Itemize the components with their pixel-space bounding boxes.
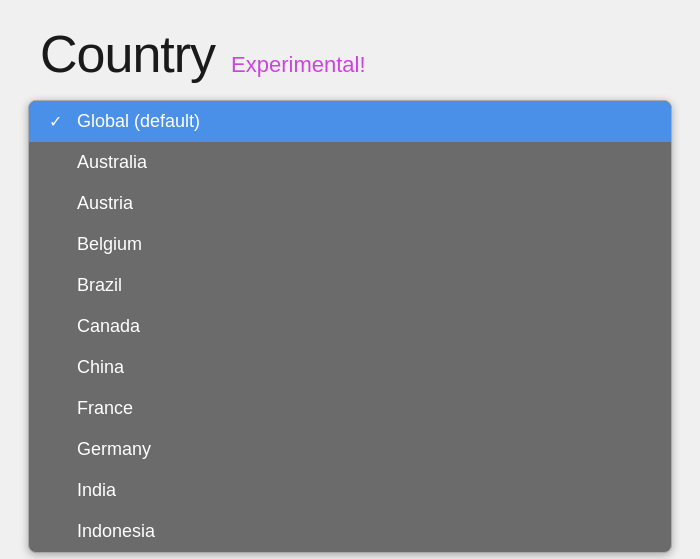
- dropdown-item-label: Belgium: [77, 234, 142, 255]
- dropdown-item-label: Global (default): [77, 111, 200, 132]
- country-dropdown[interactable]: ✓Global (default)✓Australia✓Austria✓Belg…: [28, 100, 672, 553]
- dropdown-item[interactable]: ✓Brazil: [29, 265, 671, 306]
- dropdown-item-label: Austria: [77, 193, 133, 214]
- dropdown-item-label: Indonesia: [77, 521, 155, 542]
- dropdown-item[interactable]: ✓India: [29, 470, 671, 511]
- dropdown-item-label: Australia: [77, 152, 147, 173]
- dropdown-item-label: Canada: [77, 316, 140, 337]
- header: Country Experimental!: [0, 0, 700, 100]
- dropdown-item-label: India: [77, 480, 116, 501]
- page-title: Country: [40, 24, 215, 84]
- dropdown-item[interactable]: ✓Germany: [29, 429, 671, 470]
- dropdown-item[interactable]: ✓Austria: [29, 183, 671, 224]
- dropdown-item[interactable]: ✓China: [29, 347, 671, 388]
- experimental-badge: Experimental!: [231, 52, 366, 78]
- dropdown-item[interactable]: ✓Belgium: [29, 224, 671, 265]
- dropdown-item[interactable]: ✓Australia: [29, 142, 671, 183]
- dropdown-item[interactable]: ✓France: [29, 388, 671, 429]
- dropdown-item-label: Brazil: [77, 275, 122, 296]
- checkmark-icon: ✓: [49, 112, 67, 131]
- dropdown-item-label: China: [77, 357, 124, 378]
- dropdown-item[interactable]: ✓Canada: [29, 306, 671, 347]
- page-container: Country Experimental! ✓Global (default)✓…: [0, 0, 700, 559]
- dropdown-item[interactable]: ✓Indonesia: [29, 511, 671, 552]
- dropdown-item[interactable]: ✓Global (default): [29, 101, 671, 142]
- dropdown-item-label: France: [77, 398, 133, 419]
- dropdown-item-label: Germany: [77, 439, 151, 460]
